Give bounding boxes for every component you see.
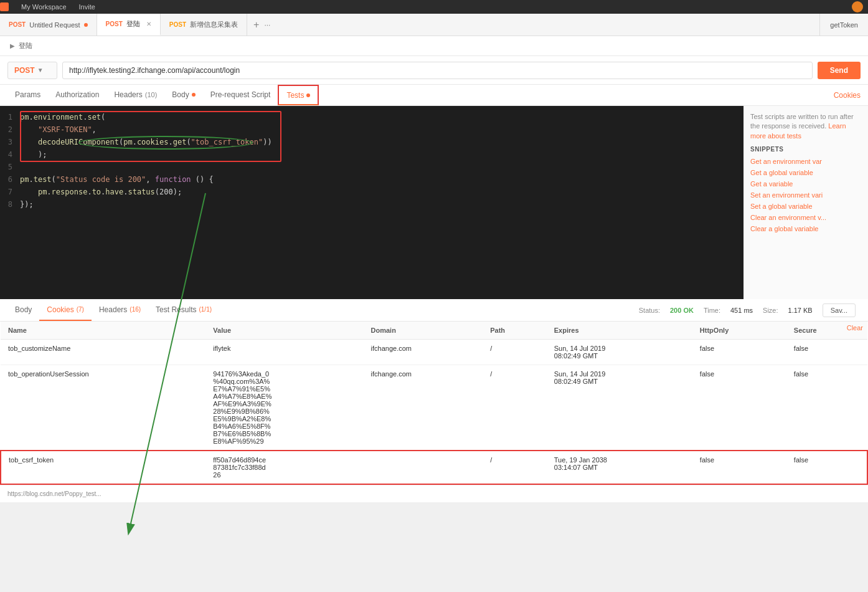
table-cell: / — [483, 451, 547, 484]
more-tabs-button[interactable]: ··· — [264, 21, 270, 29]
tab-new-info[interactable]: POST 新增信息采集表 — [161, 14, 247, 36]
tab-prerequest[interactable]: Pre-request Script — [203, 85, 278, 105]
tab-params[interactable]: Params — [7, 85, 48, 105]
cookies-link-label: Cookies — [834, 91, 861, 100]
tab-name: 登陆 — [126, 19, 140, 29]
line-num-2: 2 — [0, 123, 20, 136]
table-cell: 94176%3Akeda_0 %40qq.com%3A% E7%A7%91%E5… — [205, 365, 363, 451]
method-select[interactable]: POST ▼ — [7, 62, 57, 79]
add-tab-button[interactable]: + — [253, 19, 259, 31]
tab-body[interactable]: Body — [164, 85, 202, 105]
tab-headers-label: Headers — [114, 90, 142, 99]
snippet-get-global[interactable]: Get a global variable — [750, 169, 862, 176]
table-cell: Tue, 19 Jan 2038 03:14:07 GMT — [547, 451, 692, 484]
line-content-3: decodeURIComponent(pm.cookies.get("tob_c… — [20, 136, 272, 148]
resp-tab-headers[interactable]: Headers (16) — [92, 299, 148, 321]
table-cell: iflytek — [205, 340, 363, 365]
table-cell: false — [692, 340, 786, 365]
learn-more-link[interactable]: Learn more about tests — [750, 122, 846, 139]
snippets-description: Test scripts are written to run after th… — [750, 112, 862, 141]
breadcrumb: 登陆 — [19, 41, 32, 50]
tab-method-badge: POST — [106, 21, 123, 27]
table-cell: tob_csrf_token — [1, 451, 205, 484]
method-label: POST — [14, 66, 35, 75]
tab-untitled-request[interactable]: POST Untitled Request — [0, 14, 97, 36]
right-panel-title: getToken — [830, 21, 858, 29]
top-bar-icon — [0, 2, 9, 11]
clear-button[interactable]: Clear — [847, 324, 863, 332]
code-line-5: 5 — [0, 161, 743, 173]
cookies-table-wrap: Name Value Domain Path Expires HttpOnly … — [0, 322, 868, 502]
status-label: Status: — [639, 307, 660, 314]
table-cell — [364, 451, 483, 484]
resp-tab-cookies[interactable]: Cookies (7) — [39, 299, 92, 321]
table-header-row: Name Value Domain Path Expires HttpOnly … — [1, 322, 867, 340]
code-line-7: 7 pm.response.to.have.status(200); — [0, 186, 743, 198]
line-content-2: "XSRF-TOKEN", — [20, 123, 97, 136]
top-bar-invite[interactable]: Invite — [79, 3, 95, 11]
tab-headers[interactable]: Headers (10) — [106, 85, 164, 105]
snippet-clear-env[interactable]: Clear an environment v... — [750, 214, 862, 221]
resp-tab-test-results-label: Test Results — [156, 305, 196, 314]
snippet-set-env[interactable]: Set an environment vari — [750, 191, 862, 199]
resp-tab-headers-count: (16) — [130, 306, 141, 313]
main-content: 1 pm.environment.set( 2 "XSRF-TOKEN", 3 … — [0, 106, 868, 502]
table-cell: ifchange.com — [364, 340, 483, 365]
send-button[interactable]: Send — [818, 62, 861, 79]
tests-dot — [306, 93, 310, 97]
col-domain: Domain — [364, 322, 483, 340]
snippet-clear-global[interactable]: Clear a global variable — [750, 225, 862, 232]
size-value: 1.17 KB — [788, 307, 813, 314]
resp-tab-body-label: Body — [15, 305, 32, 314]
table-cell: / — [483, 365, 547, 451]
line-num-7: 7 — [0, 186, 20, 198]
tab-params-label: Params — [15, 90, 40, 99]
time-label: Time: — [704, 307, 720, 314]
code-line-4: 4 ); — [0, 148, 743, 161]
code-editor[interactable]: 1 pm.environment.set( 2 "XSRF-TOKEN", 3 … — [0, 106, 743, 299]
breadcrumb-triangle: ▶ — [10, 42, 15, 49]
top-bar-avatar — [852, 1, 863, 12]
snippet-set-global[interactable]: Set a global variable — [750, 203, 862, 210]
table-cell: Sun, 14 Jul 2019 08:02:49 GMT — [547, 340, 692, 365]
tab-method-badge: POST — [169, 21, 186, 28]
table-row: tob_operationUserSession94176%3Akeda_0 %… — [1, 365, 867, 451]
line-content-1: pm.environment.set( — [20, 111, 105, 123]
resp-tab-cookies-count: (7) — [77, 306, 84, 313]
breadcrumb-bar: ▶ 登陆 — [0, 36, 868, 56]
table-cell: false — [786, 340, 867, 365]
line-content-8: }); — [20, 198, 34, 211]
resp-tab-test-results-count: (1/1) — [199, 306, 212, 313]
url-input[interactable] — [62, 62, 813, 79]
tab-authorization[interactable]: Authorization — [48, 85, 106, 105]
col-expires: Expires — [547, 322, 692, 340]
table-cell: false — [692, 365, 786, 451]
tab-name: Untitled Request — [29, 21, 80, 29]
right-panel-tab[interactable]: getToken — [819, 14, 868, 36]
resp-tab-body[interactable]: Body — [7, 299, 39, 321]
body-dot — [192, 93, 196, 97]
tab-dirty-dot — [84, 23, 88, 27]
url-bar: POST ▼ Send — [0, 56, 868, 85]
request-tabs: Params Authorization Headers (10) Body P… — [0, 85, 868, 106]
cookies-link[interactable]: Cookies — [834, 85, 861, 105]
tab-login[interactable]: POST 登陆 ✕ — [97, 14, 161, 36]
line-num-8: 8 — [0, 198, 20, 211]
table-cell: Sun, 14 Jul 2019 08:02:49 GMT — [547, 365, 692, 451]
code-area: 1 pm.environment.set( 2 "XSRF-TOKEN", 3 … — [0, 106, 743, 299]
tab-tests[interactable]: Tests — [278, 85, 319, 105]
line-content-7: pm.response.to.have.status(200); — [20, 186, 182, 198]
tab-close-button[interactable]: ✕ — [146, 21, 151, 27]
line-content-4: ); — [20, 148, 47, 161]
save-button[interactable]: Sav... — [823, 303, 856, 317]
col-path: Path — [483, 322, 547, 340]
tabs-bar: POST Untitled Request POST 登陆 ✕ POST 新增信… — [0, 14, 868, 36]
snippet-get-var[interactable]: Get a variable — [750, 180, 862, 188]
snippet-get-env[interactable]: Get an environment var — [750, 158, 862, 165]
code-line-3: 3 decodeURIComponent(pm.cookies.get("tob… — [0, 136, 743, 148]
line-num-4: 4 — [0, 148, 20, 161]
bottom-section: Body Cookies (7) Headers (16) Test Resul… — [0, 299, 868, 502]
resp-tab-test-results[interactable]: Test Results (1/1) — [148, 299, 219, 321]
status-bar: Status: 200 OK Time: 451 ms Size: 1.17 K… — [634, 299, 861, 321]
line-content-6: pm.test("Status code is 200", function (… — [20, 173, 214, 186]
